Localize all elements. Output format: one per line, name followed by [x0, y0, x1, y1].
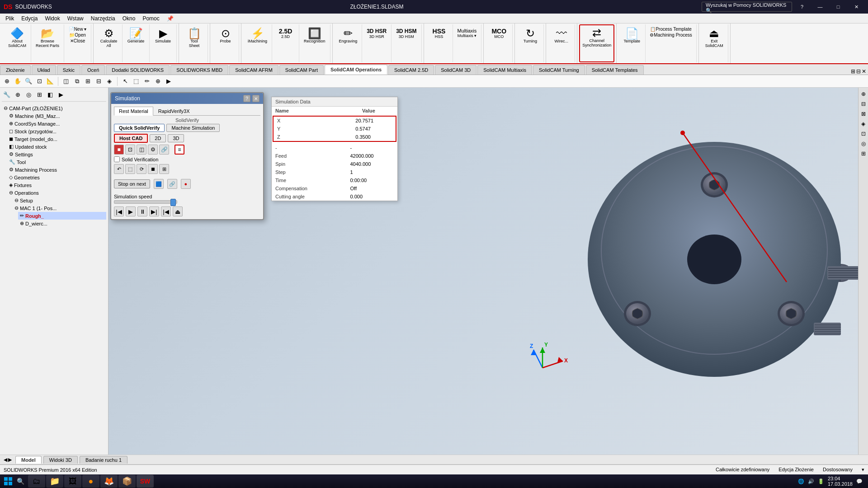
process-template-button[interactable]: 📋 Process Template	[649, 26, 693, 32]
sim-view-hostcad[interactable]: Host CAD	[114, 134, 148, 143]
step-back-btn[interactable]: |◀	[161, 206, 171, 216]
multiaxis-button[interactable]: Multiaxis Multiaxis ▾	[456, 26, 479, 40]
close-button[interactable]: ✕ Close	[69, 38, 87, 44]
hss-button[interactable]: HSS HSS	[431, 26, 448, 41]
tab-ocen[interactable]: Oceń	[81, 65, 105, 75]
menu-edycja[interactable]: Edycja	[18, 14, 41, 23]
taskbar-app-folder[interactable]: 📁	[46, 475, 63, 488]
sidebar-icon-6[interactable]: ▶	[56, 89, 66, 99]
tab-multiaxis[interactable]: SolidCAM Multiaxis	[477, 65, 532, 75]
sim-tab-rest-material[interactable]: Rest Material	[114, 107, 153, 116]
tb2-display-btn[interactable]: ◈	[104, 76, 114, 86]
speed-thumb[interactable]	[170, 199, 176, 206]
toolsheet-button[interactable]: 📋 ToolSheet	[186, 26, 203, 50]
taskbar-search-btn[interactable]: 🔍	[14, 475, 26, 487]
browse-recent-button[interactable]: 📂 BrowseRecent Parts	[34, 26, 61, 50]
tree-item-coordsys[interactable]: ⊕ CoordSys Manage...	[7, 120, 106, 127]
ctrl-btn-2[interactable]: ⬚	[125, 164, 135, 174]
tree-item-setup[interactable]: ⊖ Setup	[13, 197, 106, 204]
taskbar-app-orange[interactable]: ●	[82, 475, 99, 488]
taskbar-app-sw[interactable]: SW	[137, 475, 154, 488]
right-btn-1[interactable]: ⊕	[859, 89, 868, 99]
right-btn-2[interactable]: ⊟	[859, 99, 868, 108]
tab-2-5d[interactable]: SolidCAM 2.5D	[388, 65, 434, 75]
sim-view-2d[interactable]: 2D	[150, 134, 166, 142]
extra-btn-1[interactable]: 🟦	[154, 179, 164, 189]
about-solidcam-button[interactable]: 🔷 AboutSolidCAM	[6, 26, 28, 50]
ctrl-btn-3[interactable]: ⟳	[137, 164, 146, 174]
template-button[interactable]: 📄 Template	[622, 26, 642, 45]
sidebar-icon-4[interactable]: ⊞	[34, 89, 44, 99]
menu-pomoc[interactable]: Pomoc	[139, 14, 163, 23]
open-button[interactable]: 📁 Open	[68, 32, 87, 38]
tab-close-btn[interactable]: ✕	[862, 68, 866, 75]
sidebar-icon-1[interactable]: 🔧	[2, 89, 12, 99]
tab-afrm[interactable]: SolidCAM AFRM	[229, 65, 278, 75]
probe-button[interactable]: ⊙ Probe	[218, 26, 233, 45]
imachining-button[interactable]: ⚡ iMachining	[246, 26, 269, 45]
menu-widok[interactable]: Widok	[41, 14, 63, 23]
sidebar-icon-3[interactable]: ◎	[24, 89, 33, 99]
taskbar-app-box[interactable]: 📦	[118, 475, 136, 488]
maximize-btn[interactable]: □	[830, 2, 846, 12]
tree-item-machine[interactable]: ⚙ Machine (M3_Maz...	[7, 112, 106, 120]
dialog-close-btn[interactable]: ✕	[252, 95, 259, 102]
tree-item-settings[interactable]: ⚙ Settings	[7, 150, 106, 158]
tab-badanie-ruchu[interactable]: Badanie ruchu 1	[80, 456, 127, 464]
tab-zlozenie[interactable]: Złożenie	[0, 65, 31, 75]
tree-root[interactable]: ⊖ CAM-Part (ZŁOŻENIE1)	[2, 104, 106, 112]
sim-btn-color[interactable]: ■	[114, 145, 124, 155]
ctrl-btn-4[interactable]: ⏹	[148, 164, 158, 174]
dialog-help-btn[interactable]: ?	[243, 95, 250, 102]
calculate-button[interactable]: ⚙ CalculateAll	[99, 26, 119, 50]
tab-mbd[interactable]: SOLIDWORKS MBD	[170, 65, 228, 75]
tree-item-fixtures[interactable]: ◈ Fixtures	[7, 181, 106, 189]
sim-tab-rapidverify[interactable]: RapidVerify3X	[153, 107, 195, 115]
tab-operations[interactable]: SolidCAM Operations	[325, 65, 387, 75]
ctrl-btn-1[interactable]: ↶	[114, 164, 124, 174]
tb2-fit-btn[interactable]: ⊡	[34, 76, 44, 86]
3dhsr-button[interactable]: 3D HSR 3D HSR	[365, 26, 388, 41]
tb2-view3-btn[interactable]: ⊞	[83, 76, 93, 86]
tb2-sketch-btn[interactable]: ✏	[142, 76, 152, 86]
tb2-view1-btn[interactable]: ◫	[61, 76, 71, 86]
tab-model[interactable]: Model	[15, 456, 42, 464]
play-btn[interactable]: ▶	[126, 206, 136, 216]
eject-btn[interactable]: ⏏	[173, 206, 183, 216]
tree-item-dwiercenie[interactable]: ⊕ D_wierc...	[18, 220, 106, 227]
speed-slider[interactable]	[114, 200, 177, 204]
tab-shrink-btn[interactable]: ⊟	[856, 68, 861, 75]
tree-item-target[interactable]: ◼ Target (model_do...	[7, 135, 106, 143]
2-5d-button[interactable]: 2.5D 2.5D	[277, 26, 294, 41]
tb2-measure-btn[interactable]: 📐	[45, 76, 55, 86]
tb2-triad-btn[interactable]: ⊕	[153, 76, 163, 86]
right-btn-5[interactable]: ⊡	[859, 129, 868, 138]
tree-item-rough[interactable]: ✏ Rough_	[18, 212, 106, 220]
simulate-button[interactable]: ▶ Simulate	[153, 26, 173, 45]
sim-btn-link[interactable]: 🔗	[159, 145, 169, 155]
mco-button[interactable]: MCO MCO	[490, 26, 508, 41]
tb2-anim-btn[interactable]: ▶	[164, 76, 174, 86]
extra-btn-3[interactable]: ●	[181, 179, 191, 189]
engraving-button[interactable]: ✏ Engraving	[337, 26, 359, 45]
close-btn[interactable]: ✕	[848, 2, 864, 12]
play-back-btn[interactable]: |◀	[114, 206, 124, 216]
right-btn-6[interactable]: ◎	[859, 139, 868, 148]
minimize-btn[interactable]: —	[812, 2, 828, 12]
3dhsm-button[interactable]: 3D HSM 3D HSM	[394, 26, 418, 41]
viewport[interactable]: Simulation ? ✕ Rest Material RapidVerify…	[108, 88, 868, 461]
tab-turning[interactable]: SolidCAM Turning	[533, 65, 585, 75]
new-button[interactable]: 📄 New ▾	[67, 26, 88, 32]
tab-expand-btn[interactable]: ⊞	[851, 68, 855, 75]
extra-btn-2[interactable]: 🔗	[167, 179, 177, 189]
search-solidworks[interactable]: Wyszukaj w Pomocy SOLIDWORKS 🔍	[702, 2, 792, 12]
channel-sync-button[interactable]: ⇄ ChannelSynchronization	[580, 26, 613, 49]
sim-subtab-machine[interactable]: Machine Simulation	[166, 124, 220, 132]
start-button[interactable]	[2, 475, 14, 488]
tb2-select-btn[interactable]: ↖	[120, 76, 130, 86]
tab-szkic[interactable]: Szkic	[57, 65, 80, 75]
tree-item-stock[interactable]: ◻ Stock (przygotów...	[7, 127, 106, 135]
menu-narzedzia[interactable]: Narzędzia	[87, 14, 119, 23]
right-btn-3[interactable]: ⊠	[859, 109, 868, 118]
tb2-pan-btn[interactable]: ✋	[13, 76, 23, 86]
